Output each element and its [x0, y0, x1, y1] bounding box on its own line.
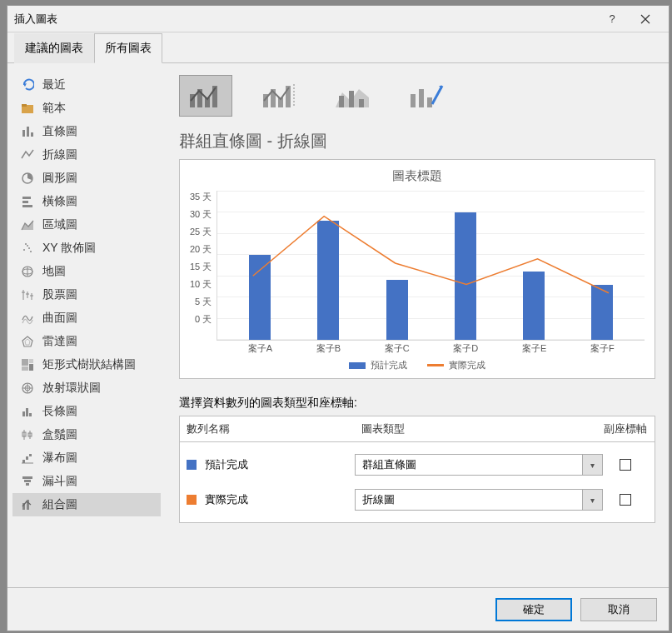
chart-type-icon — [19, 428, 36, 441]
svg-marker-25 — [25, 339, 30, 345]
sidebar-item-label: 雷達圖 — [42, 334, 77, 349]
chevron-down-icon: ▾ — [582, 455, 602, 475]
sidebar-item[interactable]: 直條圖 — [12, 120, 161, 143]
chart-type-icon — [19, 125, 36, 138]
subtype-clustered-column-line[interactable] — [179, 75, 232, 117]
sidebar-item[interactable]: XY 散佈圖 — [12, 237, 161, 260]
subtype-clustered-column-line-secondary[interactable] — [252, 75, 306, 117]
sidebar-item[interactable]: 矩形式樹狀結構圖 — [12, 353, 161, 376]
subtype-custom[interactable] — [399, 75, 452, 117]
chart-type-icon — [19, 265, 36, 278]
series-row: 預計完成群組直條圖▾ — [180, 447, 655, 482]
sidebar-item-label: 盒鬚圖 — [42, 427, 77, 442]
sidebar-item[interactable]: 範本 — [12, 97, 161, 120]
sidebar-item[interactable]: 曲面圖 — [12, 307, 161, 330]
sidebar-item[interactable]: 折線圖 — [12, 143, 161, 167]
svg-rect-60 — [339, 96, 344, 107]
combo-secondary-icon — [261, 82, 297, 109]
svg-rect-29 — [22, 366, 28, 371]
svg-rect-43 — [29, 454, 32, 456]
legend-bar-swatch — [349, 362, 366, 369]
svg-rect-61 — [349, 91, 354, 107]
chart-type-icon — [19, 218, 36, 232]
svg-rect-4 — [31, 132, 33, 137]
area-combo-icon — [334, 82, 371, 109]
sidebar-item-label: XY 散佈圖 — [42, 241, 96, 256]
dialog-footer: 確定 取消 — [7, 587, 669, 631]
x-axis: 案子A案子B案子C案子D案子E案子F — [217, 342, 645, 355]
chart-type-icon — [19, 172, 36, 185]
tab-all-charts[interactable]: 所有圖表 — [94, 33, 162, 63]
combo-icon — [187, 82, 224, 109]
sidebar-item-label: 瀑布圖 — [42, 451, 77, 466]
dialog-title: 插入圖表 — [14, 12, 595, 27]
svg-rect-41 — [22, 460, 25, 463]
legend: 預計完成 實際完成 — [190, 359, 645, 371]
chart-type-icon — [19, 405, 36, 418]
series-swatch — [187, 460, 197, 470]
svg-rect-7 — [22, 201, 28, 203]
secondary-axis-checkbox[interactable] — [620, 459, 631, 471]
tab-recommended[interactable]: 建議的圖表 — [14, 33, 94, 63]
svg-rect-2 — [22, 130, 25, 137]
svg-rect-63 — [411, 94, 416, 107]
chart-type-icon — [19, 312, 36, 325]
chart-title: 圖表標題 — [190, 168, 645, 184]
close-button[interactable] — [629, 6, 662, 32]
chart-type-heading: 群組直條圖 - 折線圖 — [179, 130, 655, 152]
series-row: 實際完成折線圖▾ — [180, 482, 655, 517]
sidebar-item-label: 放射環狀圖 — [42, 381, 101, 396]
sidebar-item[interactable]: 盒鬚圖 — [12, 423, 161, 446]
series-name: 實際完成 — [205, 492, 355, 507]
sidebar-item[interactable]: 長條圖 — [12, 400, 161, 423]
svg-point-14 — [25, 243, 27, 245]
chart-type-dropdown[interactable]: 折線圖▾ — [355, 489, 603, 511]
chart-type-icon — [19, 335, 36, 348]
sidebar-item-label: 地圖 — [42, 264, 66, 279]
sidebar-item-label: 區域圖 — [42, 217, 77, 232]
insert-chart-dialog: 插入圖表 ? 建議的圖表 所有圖表 最近範本直條圖折線圖圓形圖橫條圖區域圖XY … — [7, 5, 670, 631]
help-button[interactable]: ? — [595, 6, 629, 32]
sidebar-item[interactable]: 最近 — [12, 73, 161, 97]
subtype-stacked-area-column[interactable] — [326, 75, 379, 117]
svg-rect-42 — [26, 456, 28, 460]
svg-rect-36 — [29, 413, 32, 416]
chart-type-icon — [19, 475, 36, 488]
chart-type-icon — [19, 102, 36, 115]
svg-rect-26 — [22, 359, 28, 366]
chart-type-icon — [19, 381, 36, 395]
sidebar-item[interactable]: 圓形圖 — [12, 167, 161, 190]
svg-rect-34 — [22, 411, 25, 416]
sidebar-item[interactable]: 組合圖 — [12, 493, 161, 516]
custom-combo-icon — [407, 82, 444, 109]
sidebar-item[interactable]: 橫條圖 — [12, 190, 161, 213]
svg-rect-27 — [29, 359, 33, 363]
ok-button[interactable]: 確定 — [495, 598, 572, 621]
svg-point-11 — [27, 245, 28, 247]
main-panel: 群組直條圖 - 折線圖 圖表標題 35 天30 天25 天20 天15 天10 … — [166, 63, 669, 587]
chart-preview[interactable]: 圖表標題 35 天30 天25 天20 天15 天10 天5 天0 天 案子A案… — [179, 159, 655, 379]
svg-rect-47 — [26, 483, 29, 486]
svg-rect-28 — [29, 364, 33, 371]
chart-type-dropdown[interactable]: 群組直條圖▾ — [355, 454, 603, 476]
series-config-label: 選擇資料數列的圖表類型和座標軸: — [179, 396, 655, 411]
sidebar-item[interactable]: 地圖 — [12, 260, 161, 283]
svg-rect-64 — [419, 89, 424, 107]
cancel-button[interactable]: 取消 — [580, 598, 657, 621]
svg-rect-65 — [427, 97, 432, 107]
sidebar-item[interactable]: 放射環狀圖 — [12, 376, 161, 400]
chart-type-icon — [19, 242, 36, 255]
sidebar-item-label: 矩形式樹狀結構圖 — [42, 357, 136, 372]
col-series-name: 數列名稱 — [180, 416, 355, 441]
secondary-axis-checkbox[interactable] — [620, 494, 631, 506]
title-bar: 插入圖表 ? — [7, 6, 669, 32]
chart-type-icon — [19, 195, 36, 208]
sidebar-item[interactable]: 漏斗圖 — [12, 470, 161, 493]
sidebar-item[interactable]: 區域圖 — [12, 213, 161, 237]
sidebar-item[interactable]: 瀑布圖 — [12, 446, 161, 470]
svg-rect-62 — [359, 99, 364, 107]
sidebar-item[interactable]: 股票圖 — [12, 283, 161, 307]
svg-rect-46 — [24, 480, 31, 482]
sidebar-item[interactable]: 雷達圖 — [12, 330, 161, 353]
sidebar-item-label: 折線圖 — [42, 147, 77, 162]
